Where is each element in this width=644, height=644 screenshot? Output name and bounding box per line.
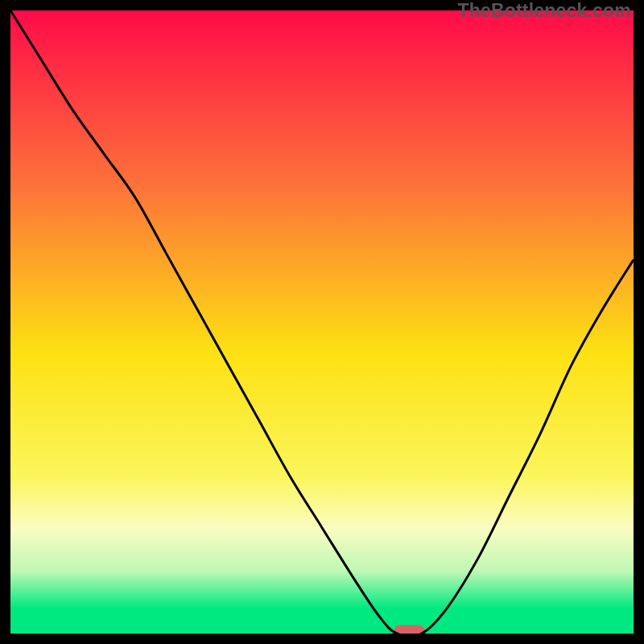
watermark-text: TheBottleneck.com bbox=[457, 0, 631, 22]
gradient-background bbox=[10, 10, 634, 634]
chart-frame bbox=[10, 10, 634, 634]
optimum-marker bbox=[394, 625, 425, 634]
bottleneck-chart bbox=[10, 10, 634, 634]
